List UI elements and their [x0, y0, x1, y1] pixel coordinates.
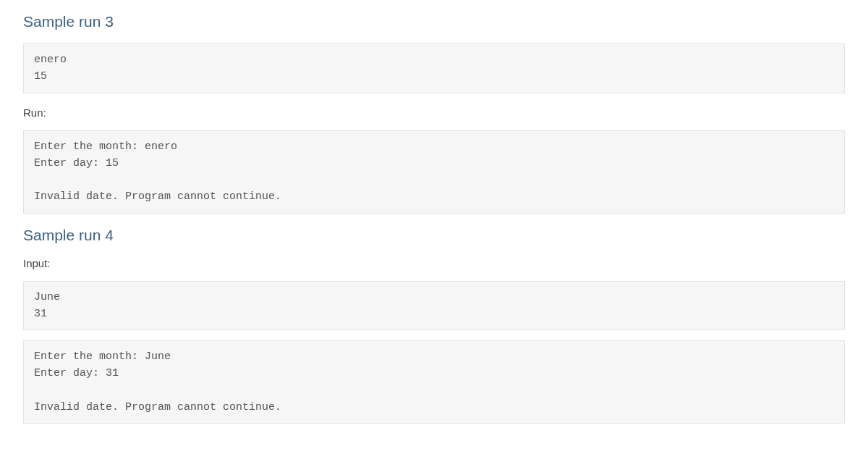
sample-run-4-input-label: Input:: [23, 257, 845, 269]
sample-run-4-input-block: June 31: [23, 281, 845, 331]
sample-run-3-input-block: enero 15: [23, 43, 845, 93]
sample-run-3-heading: Sample run 3: [23, 13, 845, 30]
sample-run-3-output-block: Enter the month: enero Enter day: 15 Inv…: [23, 130, 845, 214]
sample-run-4-heading: Sample run 4: [23, 227, 845, 244]
sample-run-3-run-label: Run:: [23, 106, 845, 119]
sample-run-4-output-block: Enter the month: June Enter day: 31 Inva…: [23, 340, 845, 424]
